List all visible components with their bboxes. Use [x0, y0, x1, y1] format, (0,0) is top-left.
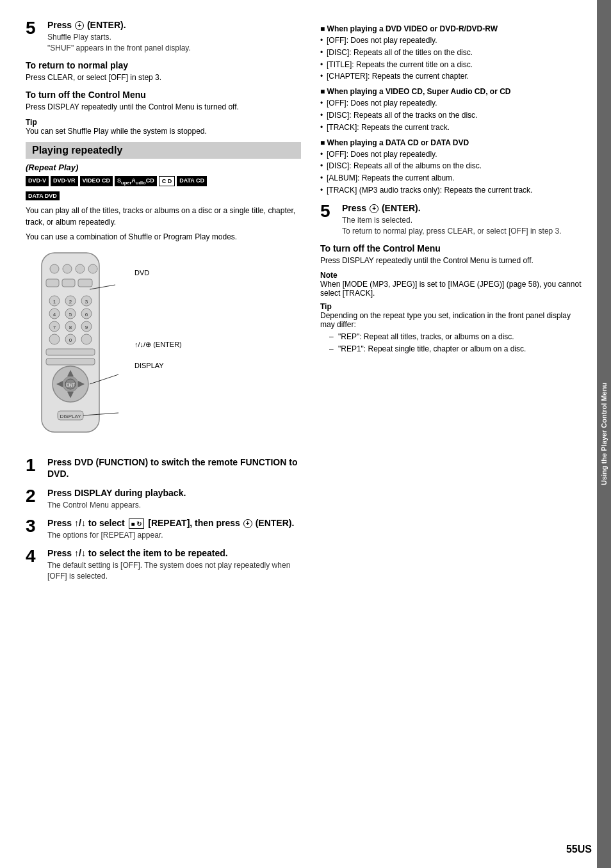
enter-icon-right [370, 204, 379, 213]
to-turn-off-text-right: Press DISPLAY repeatedly until the Contr… [320, 255, 584, 266]
svg-text:7: 7 [53, 325, 56, 330]
note-label: Note [320, 271, 338, 280]
datacd-section-list: [OFF]: Does not play repeatedly. [DISC]:… [320, 149, 584, 196]
datacd-item-2: [ALBUM]: Repeats the current album. [320, 173, 584, 184]
svg-rect-31 [46, 358, 95, 365]
step-4: 4 Press ↑/↓ to select the item to be rep… [26, 547, 301, 582]
step-5-top-title: Press (ENTER). [47, 19, 301, 31]
tip-block-top: Tip You can set Shuffle Play while the s… [26, 117, 301, 136]
badge-dvdvr: DVD-VR [51, 176, 78, 187]
tip-dash-list: "REP": Repeat all titles, tracks, or alb… [329, 332, 584, 355]
remote-diagram-svg: 1 2 3 4 5 6 7 8 [26, 250, 128, 448]
step-2-sub: The Control Menu appears. [47, 500, 301, 511]
svg-point-4 [88, 264, 97, 273]
dvd-section-list: [OFF]: Does not play repeatedly. [DISC]:… [320, 35, 584, 82]
step-4-sub: The default setting is [OFF]. The system… [47, 560, 301, 582]
to-return-heading: To return to normal play [26, 60, 301, 70]
dvd-item-2: [TITLE]: Repeats the current title on a … [320, 60, 584, 70]
badge-superaudio: SuperAudioCD [115, 176, 157, 187]
svg-text:ENT: ENT [66, 383, 76, 387]
dvd-item-3: [CHAPTER]: Repeats the current chapter. [320, 71, 584, 82]
right-column: When playing a DVD VIDEO or DVD-R/DVD-RW… [314, 19, 584, 849]
tip-block-right: Tip Depending on the repeat type you set… [320, 301, 584, 355]
svg-text:2: 2 [69, 299, 72, 305]
svg-point-3 [76, 264, 85, 273]
svg-point-26 [49, 334, 60, 344]
to-return-text: Press CLEAR, or select [OFF] in step 3. [26, 72, 301, 83]
tip-intro-text: Depending on the repeat type you set, in… [320, 311, 584, 329]
step-3-sub: The options for [REPEAT] appear. [47, 530, 301, 541]
repeat-icon: ■ ↻ [129, 518, 145, 529]
datacd-section-heading: When playing a DATA CD or DATA DVD [320, 138, 584, 147]
dvd-section-heading: When playing a DVD VIDEO or DVD-R/DVD-RW [320, 24, 584, 33]
step-1-text: Press DVD (FUNCTION) to switch the remot… [47, 456, 301, 479]
svg-text:1: 1 [53, 299, 56, 305]
svg-text:8: 8 [69, 325, 72, 330]
step-num-2: 2 [26, 487, 44, 505]
left-column: 5 Press (ENTER). Shuffle Play starts. "S… [26, 19, 301, 849]
step-5-sub2: "SHUF" appears in the front panel displa… [47, 43, 301, 54]
datacd-item-1: [DISC]: Repeats all of the albums on the… [320, 161, 584, 172]
to-turn-off-text-left: Press DISPLAY repeatedly until the Contr… [26, 102, 301, 113]
step-num-4: 4 [26, 547, 44, 565]
step-5-sub1: Shuffle Play starts. [47, 32, 301, 43]
step-5-top: 5 Press (ENTER). Shuffle Play starts. "S… [26, 19, 301, 54]
para2: You can use a combination of Shuffle or … [26, 232, 301, 243]
tip-label-top: Tip [26, 118, 37, 127]
step-num-3: 3 [26, 517, 44, 535]
step-4-text: Press ↑/↓ to select the item to be repea… [47, 547, 301, 559]
videocd-item-0: [OFF]: Does not play repeatedly. [320, 98, 584, 109]
to-turn-off-heading-left: To turn off the Control Menu [26, 90, 301, 100]
svg-rect-5 [46, 279, 59, 287]
enter-icon-step3 [243, 519, 252, 528]
badge-dvdv: DVD-V [26, 176, 49, 187]
right-step-5: 5 Press (ENTER). The item is selected. T… [320, 202, 584, 237]
diagram-labels: DVD ↑/↓/⊕ (ENTER) DISPLAY [128, 250, 301, 382]
tip-label-right: Tip [320, 302, 332, 311]
svg-rect-6 [62, 279, 75, 287]
step-2-text: Press DISPLAY during playback. [47, 487, 301, 499]
playing-repeatedly-title: Playing repeatedly [32, 145, 295, 156]
step-3-text: Press ↑/↓ to select ■ ↻ [REPEAT], then p… [47, 517, 301, 529]
tip-item-0: "REP": Repeat all titles, tracks, or alb… [329, 332, 584, 342]
svg-text:0: 0 [69, 337, 72, 343]
step-5-top-body: Press (ENTER). Shuffle Play starts. "SHU… [47, 19, 301, 54]
note-text: When [MODE (MP3, JPEG)] is set to [IMAGE… [320, 280, 584, 298]
svg-point-29 [81, 334, 92, 344]
svg-text:6: 6 [85, 312, 88, 317]
step-4-body: Press ↑/↓ to select the item to be repea… [47, 547, 301, 582]
dvd-label: DVD [134, 269, 301, 277]
right-step-5-num: 5 [320, 202, 338, 220]
playing-repeatedly-box: Playing repeatedly [26, 142, 301, 159]
enter-icon-top [75, 21, 84, 30]
badge-cd: C D [159, 176, 175, 187]
dvd-item-0: [OFF]: Does not play repeatedly. [320, 35, 584, 46]
videocd-item-1: [DISC]: Repeats all of the tracks on the… [320, 110, 584, 121]
svg-text:9: 9 [85, 325, 88, 330]
step-3: 3 Press ↑/↓ to select ■ ↻ [REPEAT], then… [26, 517, 301, 541]
remote-svg: 1 2 3 4 5 6 7 8 [26, 250, 128, 450]
svg-point-1 [50, 264, 59, 273]
svg-text:3: 3 [85, 299, 88, 305]
step-1-body: Press DVD (FUNCTION) to switch the remot… [47, 456, 301, 481]
svg-text:DISPLAY: DISPLAY [60, 414, 81, 419]
videocd-section-list: [OFF]: Does not play repeatedly. [DISC]:… [320, 98, 584, 133]
step-3-body: Press ↑/↓ to select ■ ↻ [REPEAT], then p… [47, 517, 301, 541]
badge-row-2: DATA DVD [26, 191, 301, 200]
main-content: 5 Press (ENTER). Shuffle Play starts. "S… [0, 0, 597, 868]
badge-row: DVD-V DVD-VR VIDEO CD SuperAudioCD C D D… [26, 176, 301, 187]
svg-point-2 [63, 264, 72, 273]
step-1: 1 Press DVD (FUNCTION) to switch the rem… [26, 456, 301, 481]
tip-item-1: "REP1": Repeat single title, chapter or … [329, 344, 584, 355]
right-step-5-sub2: To return to normal play, press CLEAR, o… [342, 226, 584, 237]
badge-datadvd: DATA DVD [26, 191, 60, 200]
svg-text:5: 5 [69, 312, 72, 317]
right-step-5-body: Press (ENTER). The item is selected. To … [342, 202, 584, 237]
repeat-play-label: (Repeat Play) [26, 163, 301, 172]
videocd-item-2: [TRACK]: Repeats the current track. [320, 122, 584, 133]
videocd-section-heading: When playing a VIDEO CD, Super Audio CD,… [320, 87, 584, 96]
right-step-5-title: Press (ENTER). [342, 202, 584, 214]
step-2-body: Press DISPLAY during playback. The Contr… [47, 487, 301, 511]
dvd-item-1: [DISC]: Repeats all of the titles on the… [320, 47, 584, 58]
badge-datacd: DATA CD [177, 176, 207, 187]
